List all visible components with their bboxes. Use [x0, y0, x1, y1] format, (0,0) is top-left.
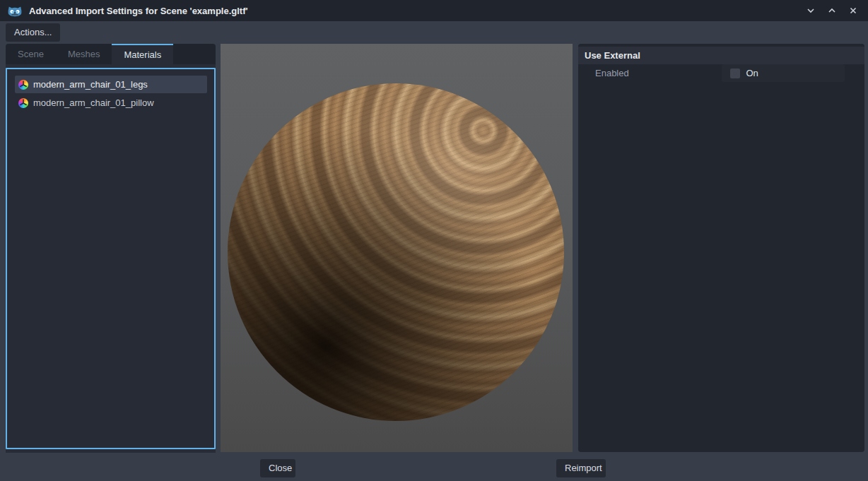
godot-logo-icon [7, 4, 23, 18]
material-list: modern_arm_chair_01_legs modern_arm_chai… [6, 68, 216, 449]
list-item-material-pillow[interactable]: modern_arm_chair_01_pillow [15, 94, 207, 112]
window-title: Advanced Import Settings for Scene 'exam… [29, 6, 248, 16]
checkbox-value-label: On [746, 68, 758, 78]
close-button[interactable]: Close [260, 459, 295, 477]
inspector-panel: Use External Enabled On [578, 44, 864, 452]
material-sphere-icon [18, 98, 28, 108]
dialog-footer: Close Reimport [0, 453, 868, 481]
close-x-icon[interactable] [845, 3, 861, 18]
tab-meshes[interactable]: Meshes [56, 44, 112, 64]
materials-tab-panel: modern_arm_chair_01_legs modern_arm_chai… [6, 64, 216, 453]
minimize-chevron-down-icon[interactable] [803, 3, 819, 18]
tab-materials[interactable]: Materials [112, 44, 173, 64]
actions-button[interactable]: Actions... [6, 23, 60, 42]
property-row-enabled: Enabled On [578, 64, 864, 82]
list-item-label: modern_arm_chair_01_pillow [33, 97, 154, 108]
list-item-material-legs[interactable]: modern_arm_chair_01_legs [15, 76, 207, 93]
inspector-section-use-external: Use External [578, 47, 864, 64]
reimport-button[interactable]: Reimport [556, 459, 606, 477]
advanced-import-settings-dialog: Advanced Import Settings for Scene 'exam… [0, 0, 868, 481]
list-item-label: modern_arm_chair_01_legs [33, 79, 148, 90]
material-sphere-icon [18, 80, 28, 90]
checkbox-unchecked-icon[interactable] [730, 69, 740, 78]
enabled-checkbox-field[interactable]: On [722, 64, 845, 82]
property-label: Enabled [578, 68, 722, 78]
maximize-chevron-up-icon[interactable] [824, 3, 840, 18]
window-controls [803, 3, 861, 18]
titlebar: Advanced Import Settings for Scene 'exam… [0, 0, 868, 21]
tab-bar: Scene Meshes Materials [6, 44, 216, 64]
material-preview-viewport [221, 44, 573, 452]
tab-scene[interactable]: Scene [6, 44, 56, 64]
section-title: Use External [585, 50, 640, 61]
wood-material-preview-sphere [228, 83, 564, 421]
menubar: Actions... [0, 21, 868, 44]
